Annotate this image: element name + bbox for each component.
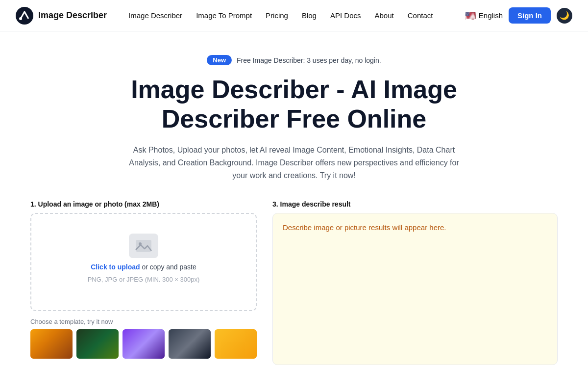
logo-icon bbox=[16, 7, 33, 25]
badge-text: Free Image Describer: 3 uses per day, no… bbox=[237, 56, 381, 64]
result-box: Describe image or picture results will a… bbox=[272, 213, 558, 365]
upload-or-text: or copy and paste bbox=[140, 263, 196, 271]
logo-text: Image Describer bbox=[38, 10, 107, 21]
navbar: Image Describer Image Describer Image To… bbox=[0, 0, 588, 31]
nav-about[interactable]: About bbox=[369, 8, 400, 23]
upload-area[interactable]: Click to upload or copy and paste PNG, J… bbox=[30, 213, 257, 311]
templates-row bbox=[30, 329, 257, 359]
result-section-label: 3. Image describe result bbox=[272, 200, 558, 208]
nav-blog[interactable]: Blog bbox=[296, 8, 322, 23]
nav-pricing[interactable]: Pricing bbox=[260, 8, 294, 23]
result-placeholder: Describe image or picture results will a… bbox=[283, 223, 446, 232]
logo-link[interactable]: Image Describer bbox=[16, 7, 107, 25]
template-2[interactable] bbox=[76, 329, 119, 359]
left-panel: 1. Upload an image or photo (max 2MB) Cl… bbox=[30, 200, 257, 365]
hero-section: New Free Image Describer: 3 uses per day… bbox=[0, 31, 588, 200]
upload-icon-container bbox=[129, 234, 158, 258]
nav-api-docs[interactable]: API Docs bbox=[324, 8, 367, 23]
template-5[interactable] bbox=[215, 329, 257, 359]
template-4[interactable] bbox=[169, 329, 211, 359]
dark-mode-toggle[interactable]: 🌙 bbox=[557, 8, 572, 24]
image-placeholder-icon bbox=[135, 237, 152, 255]
upload-subtext: PNG, JPG or JPEG (MIN. 300 × 300px) bbox=[88, 276, 200, 283]
language-selector[interactable]: 🇺🇸 English bbox=[465, 10, 503, 21]
nav-right: 🇺🇸 English Sign In 🌙 bbox=[465, 7, 572, 24]
nav-contact[interactable]: Contact bbox=[402, 8, 439, 23]
svg-point-1 bbox=[19, 17, 22, 20]
svg-point-0 bbox=[16, 7, 33, 25]
main-content: 1. Upload an image or photo (max 2MB) Cl… bbox=[15, 200, 573, 365]
hero-title: Image Describer - AI Image Describer Fre… bbox=[74, 75, 514, 134]
moon-icon: 🌙 bbox=[560, 11, 569, 20]
signin-button[interactable]: Sign In bbox=[509, 7, 551, 24]
svg-rect-2 bbox=[136, 240, 151, 252]
nav-image-to-prompt[interactable]: Image To Prompt bbox=[190, 8, 258, 23]
template-1[interactable] bbox=[30, 329, 73, 359]
template-3[interactable] bbox=[122, 329, 165, 359]
template-label: Choose a template, try it now bbox=[30, 318, 257, 325]
badge-row: New Free Image Describer: 3 uses per day… bbox=[207, 55, 381, 65]
upload-text: Click to upload or copy and paste bbox=[91, 263, 196, 271]
hero-subtitle: Ask Photos, Upload your photos, let AI r… bbox=[127, 144, 461, 183]
nav-links: Image Describer Image To Prompt Pricing … bbox=[122, 8, 465, 23]
badge-new: New bbox=[207, 55, 232, 65]
right-panel: 3. Image describe result Describe image … bbox=[272, 200, 558, 365]
upload-click-text[interactable]: Click to upload bbox=[91, 263, 140, 271]
nav-image-describer[interactable]: Image Describer bbox=[122, 8, 188, 23]
language-label: English bbox=[479, 11, 503, 20]
flag-icon: 🇺🇸 bbox=[465, 10, 476, 21]
upload-section-label: 1. Upload an image or photo (max 2MB) bbox=[30, 200, 257, 208]
